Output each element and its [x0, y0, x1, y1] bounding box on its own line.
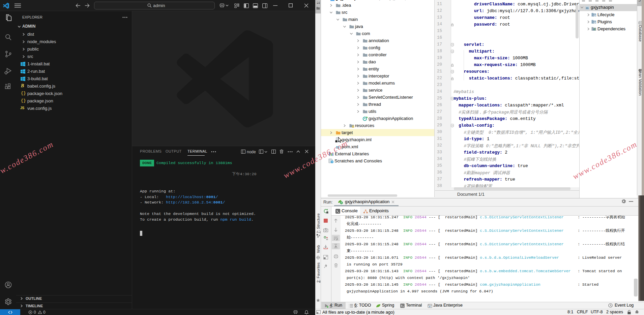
- svg-text:m: m: [586, 6, 589, 10]
